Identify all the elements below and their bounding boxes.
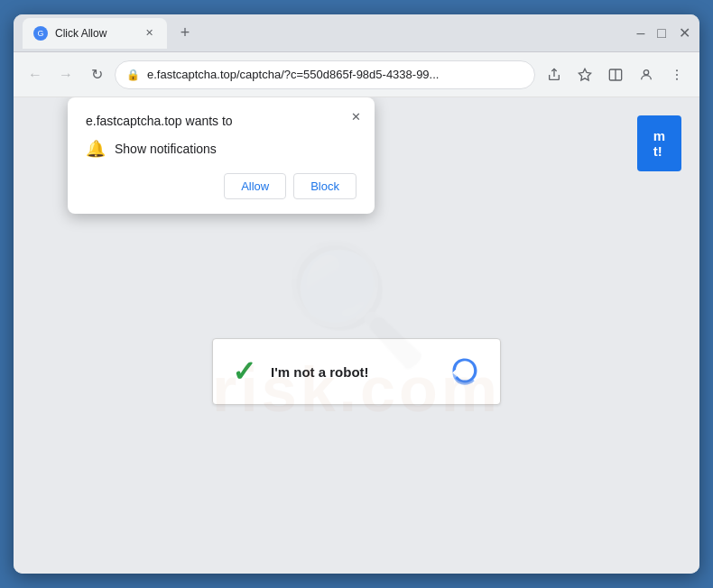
share-button[interactable] (541, 61, 568, 88)
forward-button[interactable]: → (53, 62, 79, 87)
svg-marker-1 (579, 69, 590, 80)
tab-strip: G Click Allow ✕ + (23, 18, 629, 49)
popup-buttons: Allow Block (86, 173, 356, 199)
address-bar[interactable]: 🔒 e.fastcaptcha.top/captcha/?c=550d865f-… (115, 60, 535, 89)
popup-notification-row: 🔔 Show notifications (86, 139, 356, 159)
tab-favicon: G (33, 26, 48, 41)
maximize-button[interactable]: □ (657, 26, 666, 41)
menu-button[interactable] (663, 61, 690, 88)
tab-title: Click Allow (55, 27, 134, 40)
blue-corner-button[interactable]: m t! (637, 115, 681, 171)
captcha-box[interactable]: ✓ I'm not a robot! (212, 338, 501, 405)
svg-point-6 (676, 74, 678, 76)
lock-icon: 🔒 (126, 69, 140, 81)
svg-point-4 (644, 69, 648, 74)
captcha-label: I'm not a robot! (271, 364, 433, 380)
page-content: 🔍 risk.com m t! ✕ e.fastcaptcha.top want… (14, 97, 699, 574)
checkmark-icon: ✓ (232, 357, 256, 386)
window-controls: – □ ✕ (636, 26, 690, 41)
bell-icon: 🔔 (86, 139, 106, 159)
minimize-button[interactable]: – (636, 26, 644, 41)
toolbar-icons (541, 61, 690, 88)
captcha-checkbox[interactable]: ✓ (231, 359, 256, 384)
title-bar: G Click Allow ✕ + – □ ✕ (14, 14, 699, 52)
active-tab[interactable]: G Click Allow ✕ (23, 18, 167, 49)
recaptcha-svg (449, 355, 481, 388)
popup-title: e.fastcaptcha.top wants to (86, 114, 356, 128)
notification-popup: ✕ e.fastcaptcha.top wants to 🔔 Show noti… (68, 97, 375, 214)
svg-point-5 (676, 69, 678, 71)
split-view-button[interactable] (602, 61, 629, 88)
address-bar-row: ← → ↻ 🔒 e.fastcaptcha.top/captcha/?c=550… (14, 52, 699, 97)
profile-button[interactable] (633, 61, 660, 88)
svg-point-7 (676, 78, 678, 79)
reload-button[interactable]: ↻ (84, 62, 109, 87)
new-tab-button[interactable]: + (172, 21, 198, 46)
block-button[interactable]: Block (293, 173, 356, 199)
bookmark-button[interactable] (571, 61, 598, 88)
browser-window: G Click Allow ✕ + – □ ✕ ← → ↻ 🔒 e.fastca… (14, 14, 699, 574)
recaptcha-logo (448, 355, 482, 388)
popup-close-button[interactable]: ✕ (346, 106, 366, 126)
back-button[interactable]: ← (23, 62, 48, 87)
url-text: e.fastcaptcha.top/captcha/?c=550d865f-98… (147, 68, 523, 81)
allow-button[interactable]: Allow (224, 173, 286, 199)
close-button[interactable]: ✕ (679, 26, 690, 41)
popup-notification-label: Show notifications (115, 142, 217, 156)
tab-close-button[interactable]: ✕ (142, 26, 156, 41)
